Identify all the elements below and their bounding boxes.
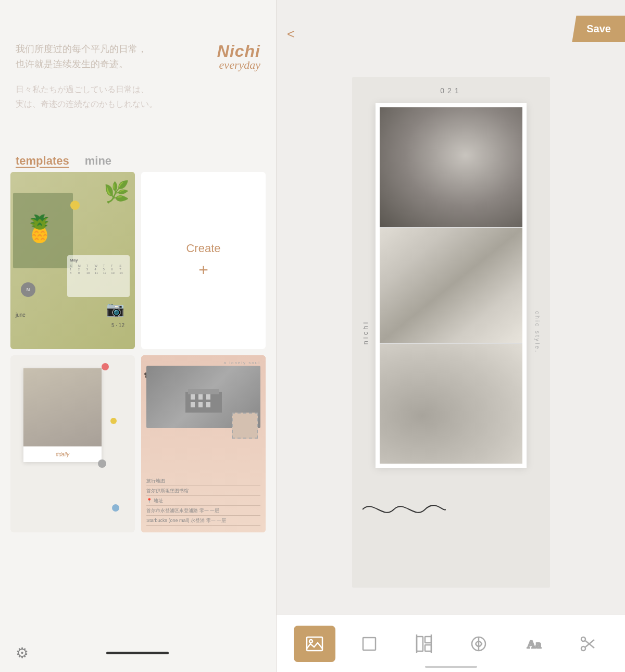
text-line-3: 📍 地址 <box>146 497 260 506</box>
svg-rect-28 <box>425 645 431 651</box>
photos-strip <box>376 103 527 468</box>
text-line-5: Starbucks (one mall) 永登浦 零一 一层 <box>146 517 260 526</box>
cards-area: 🌿 🍍 N May SMTWTFS 1234567 891011121314 📷… <box>10 172 266 532</box>
svg-point-10 <box>442 113 482 157</box>
svg-line-37 <box>585 641 594 648</box>
polaroid-photo <box>23 368 102 446</box>
left-bottom-bar: ⚙ <box>0 644 276 662</box>
svg-rect-8 <box>380 107 522 227</box>
save-button[interactable]: Save <box>572 16 625 42</box>
fern-icon: 🌿 <box>104 180 130 204</box>
canvas-number: 021 <box>440 86 461 95</box>
svg-rect-7 <box>206 402 210 407</box>
create-label: Create <box>186 242 220 255</box>
svg-point-11 <box>435 111 488 148</box>
photo-cell-1 <box>380 107 522 227</box>
camera-icon: 📷 <box>106 301 124 318</box>
person-photo <box>23 368 102 446</box>
japanese-line2: 実は、奇迹の连続なのかもしれない。 <box>16 97 266 112</box>
svg-point-24 <box>309 640 312 643</box>
nichi-small-badge: N <box>21 282 35 297</box>
photo-cell-2 <box>380 228 522 343</box>
scrapbook-text: 旅行地图 首尔伊斯坦堡图书馆 📍 地址 首尔市永登浦区永登浦路 零一 一层 St… <box>146 478 260 527</box>
svg-line-21 <box>401 344 517 454</box>
right-header: < Save <box>277 0 625 50</box>
svg-line-20 <box>380 385 485 464</box>
photo-beach <box>380 228 522 343</box>
svg-line-22 <box>422 344 522 438</box>
svg-point-35 <box>581 637 585 641</box>
svg-line-19 <box>432 344 522 433</box>
red-dot <box>102 363 109 370</box>
template-card-1[interactable]: 🌿 🍍 N May SMTWTFS 1234567 891011121314 📷… <box>10 172 135 349</box>
svg-rect-1 <box>188 389 219 394</box>
text-line-4: 首尔市永登浦区永登浦路 零一 一层 <box>146 507 260 516</box>
yellow-dot <box>70 201 80 210</box>
toolbar-layout[interactable] <box>403 626 445 662</box>
photo-woman <box>380 107 522 227</box>
stamp-decoration <box>232 413 258 439</box>
svg-rect-13 <box>380 228 522 270</box>
svg-text:Aa: Aa <box>527 638 541 651</box>
side-text-left: nichi <box>361 320 369 345</box>
svg-rect-5 <box>191 402 195 407</box>
svg-line-17 <box>411 344 522 449</box>
polaroid-card: #daily <box>23 368 102 462</box>
text-icon: Aa <box>524 634 543 653</box>
japanese-line1: 日々私たちが過ごしている日常は、 <box>16 82 266 97</box>
create-plus: + <box>198 260 208 280</box>
svg-rect-23 <box>307 637 322 651</box>
canvas-container: 021 nichi chic style. <box>352 77 550 588</box>
home-indicator-right <box>425 666 477 668</box>
tabs-row: templates mine <box>0 154 276 168</box>
toolbar-text[interactable]: Aa <box>512 626 554 662</box>
crop-icon <box>360 634 379 653</box>
filter-icon <box>469 634 488 653</box>
template-card-2[interactable]: #daily <box>10 355 135 532</box>
svg-point-34 <box>581 646 585 651</box>
right-panel: < Save 021 nichi chic style. <box>277 0 625 672</box>
toolbar-filter[interactable] <box>458 626 499 662</box>
small-label: a lonely soul <box>146 360 260 365</box>
tab-templates[interactable]: templates <box>16 154 69 168</box>
photo-palm <box>380 344 522 464</box>
svg-line-16 <box>390 344 511 464</box>
svg-line-18 <box>380 364 496 464</box>
svg-rect-15 <box>380 344 522 464</box>
toolbar-crop[interactable] <box>348 626 390 662</box>
tab-mine[interactable]: mine <box>85 154 111 168</box>
blue-dot <box>112 504 119 512</box>
back-button[interactable]: < <box>287 26 295 42</box>
cut-icon <box>579 634 597 653</box>
create-card[interactable]: Create + <box>141 172 266 349</box>
wavy-decoration <box>362 494 446 525</box>
left-panel: 我们所度过的每个平凡的日常， 也许就是连续发生的奇迹。 日々私たちが過ごしている… <box>0 0 276 672</box>
palm-svg <box>380 344 522 464</box>
side-text-right: chic style. <box>534 311 541 353</box>
photo-collage <box>146 366 260 444</box>
svg-rect-26 <box>417 637 423 651</box>
svg-rect-3 <box>198 394 203 400</box>
svg-rect-2 <box>191 394 195 400</box>
template-card-3[interactable]: a lonely soul ✿ <box>141 355 266 532</box>
app-logo: Nichi everyday <box>217 42 260 72</box>
layout-icon <box>415 634 433 653</box>
svg-point-9 <box>441 115 488 173</box>
num-label: 5 · 12 <box>111 322 124 328</box>
calendar-block: May SMTWTFS 1234567 891011121314 <box>67 255 130 297</box>
toolbar-image[interactable] <box>294 626 335 662</box>
settings-icon[interactable]: ⚙ <box>16 644 29 662</box>
canvas-area: 021 nichi chic style. <box>277 50 625 615</box>
date-label: june <box>16 312 26 318</box>
svg-line-36 <box>585 640 594 647</box>
photo-cell-3 <box>380 344 522 464</box>
place-label-1: 旅行地图 <box>146 478 260 486</box>
daily-label: #daily <box>23 446 102 462</box>
image-icon <box>305 634 324 653</box>
svg-rect-12 <box>380 228 522 343</box>
toolbar-cut[interactable] <box>567 626 609 662</box>
home-indicator <box>106 652 169 654</box>
japanese-text: 日々私たちが過ごしている日常は、 実は、奇迹の连続なのかもしれない。 <box>16 82 266 113</box>
svg-rect-14 <box>380 296 522 343</box>
place-label-2: 首尔伊斯坦堡图书馆 <box>146 488 260 496</box>
